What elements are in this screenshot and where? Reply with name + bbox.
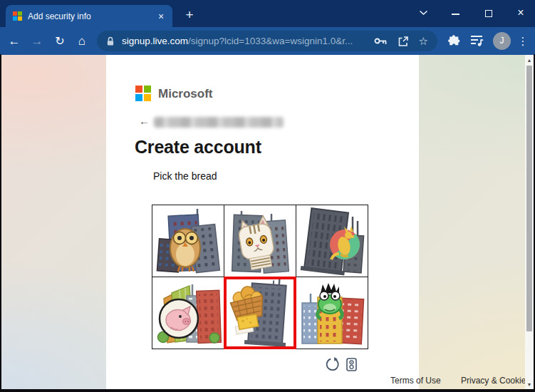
microsoft-logo: Microsoft [135,86,213,102]
share-icon[interactable] [398,36,409,47]
scroll-down-icon[interactable]: ▼ [525,382,534,387]
captcha-cell-bread[interactable] [224,277,296,349]
page-footer: Terms of Use Privacy & Cookies [0,376,535,390]
page-content: Microsoft ← Create account Pick the brea… [0,55,535,392]
home-button[interactable]: ⌂ [73,33,90,50]
back-button[interactable]: ← [6,33,23,50]
key-icon[interactable] [374,36,388,46]
profile-avatar[interactable]: J [493,32,511,50]
forward-button[interactable]: → [28,33,46,50]
privacy-cookies-link[interactable]: Privacy & Cookies [461,376,530,386]
menu-icon[interactable]: ⋮ [517,33,529,49]
browser-titlebar: Add security info × + × [0,0,535,27]
window-border-left [0,54,1,392]
captcha-image-frog [296,277,368,349]
browser-toolbar: ← → ↻ ⌂ signup.live.com/signup?lcid=1033… [0,27,535,55]
maximize-button[interactable] [482,0,496,27]
bookmark-star-icon[interactable]: ☆ [419,36,428,46]
captcha-image-cat [224,205,296,277]
microsoft-logo-icon [135,86,152,102]
browser-tab[interactable]: Add security info × [6,5,172,27]
captcha-cell-kangaroo[interactable] [296,205,368,277]
microsoft-favicon-icon [13,11,22,21]
captcha-cell-cat[interactable] [224,205,296,277]
brand-text: Microsoft [158,87,213,101]
extensions-puzzle-icon[interactable] [447,34,460,47]
browser-window: Add security info × + × ← → ↻ ⌂ signup.l… [0,0,535,392]
refresh-captcha-icon[interactable] [326,357,340,371]
reload-button[interactable]: ↻ [51,33,68,50]
blurred-email [154,117,284,128]
captcha-instruction: Pick the bread [153,170,217,182]
scrollbar[interactable]: ▲ ▼ [525,55,534,392]
captcha-image-kangaroo [296,205,368,277]
new-tab-button[interactable]: + [180,6,199,24]
chevron-down-icon[interactable] [416,0,430,27]
url-text: signup.live.com/signup?lcid=1033&wa=wsig… [122,36,367,46]
captcha-cell-owl[interactable] [152,205,224,277]
tab-close-icon[interactable]: × [155,11,167,22]
window-close-button[interactable]: × [514,0,528,27]
minimize-button[interactable] [448,0,462,27]
captcha-image-pig [152,277,224,349]
media-controls-icon[interactable] [470,34,484,47]
audio-captcha-icon[interactable] [346,358,357,371]
tab-title: Add security info [28,11,155,21]
terms-of-use-link[interactable]: Terms of Use [390,376,441,386]
lock-icon [106,36,115,46]
window-border-bottom [0,389,535,392]
captcha-grid [152,205,368,349]
captcha-cell-pig[interactable] [152,277,224,349]
scroll-up-icon[interactable]: ▲ [525,58,534,63]
back-arrow-icon[interactable]: ← [139,115,150,127]
address-bar[interactable]: signup.live.com/signup?lcid=1033&wa=wsig… [97,31,437,51]
captcha-cell-frog[interactable] [296,277,368,349]
scrollbar-thumb[interactable] [526,66,532,331]
captcha-image-bread [224,277,296,349]
page-title: Create account [135,137,261,158]
captcha-image-owl [152,205,224,277]
